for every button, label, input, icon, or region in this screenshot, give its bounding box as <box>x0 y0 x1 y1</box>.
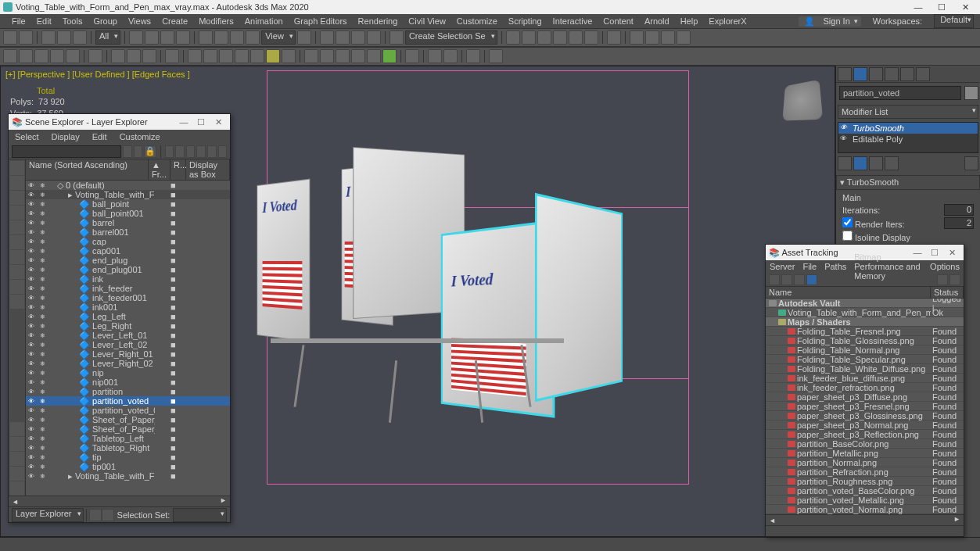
tb2-btn[interactable] <box>19 49 33 63</box>
at-menu-file[interactable]: File <box>799 262 820 271</box>
se-maximize[interactable]: ☐ <box>192 117 210 127</box>
se-side-btn[interactable] <box>10 437 24 451</box>
asset-item[interactable]: Folding_Table_Specular.pngFound <box>766 355 964 364</box>
at-close[interactable]: ✕ <box>943 248 960 258</box>
undo-button[interactable] <box>3 30 17 45</box>
layer-explorer-dropdown[interactable]: Layer Explorer <box>12 508 84 522</box>
remove-modifier-button[interactable] <box>885 156 899 170</box>
window-crossing-button[interactable] <box>176 30 190 45</box>
asset-item[interactable]: partition_voted_Metallic.pngFound <box>766 496 964 505</box>
mirror-button[interactable] <box>506 30 520 45</box>
rotate-button[interactable] <box>214 30 228 45</box>
tb2-btn[interactable] <box>34 49 48 63</box>
asset-item[interactable]: Folding_Table_Glossiness.pngFound <box>766 336 964 345</box>
se-side-btn[interactable] <box>10 220 24 234</box>
scale-button[interactable] <box>230 30 244 45</box>
maximize-button[interactable]: ☐ <box>930 0 953 14</box>
menu-help[interactable]: Help <box>675 16 704 26</box>
edit-named-sel-button[interactable] <box>389 30 404 45</box>
scene-item[interactable]: 👁❄▸ Voting_Table_with_Form_and_Pen■ <box>26 471 230 481</box>
modifier-turbosmooth[interactable]: TurboSmooth <box>838 123 978 134</box>
workspace-dropdown[interactable]: Default <box>934 14 974 28</box>
se-tool[interactable] <box>186 145 196 158</box>
scene-explorer-list[interactable]: Name (Sorted Ascending) ▲ Fr... R... Dis… <box>26 159 230 496</box>
minimize-button[interactable]: — <box>906 0 930 14</box>
asset-item[interactable]: paper_sheet_p3_Diffuse.pngFound <box>766 392 964 402</box>
help-icon[interactable] <box>489 49 503 63</box>
dope-sheet-button[interactable] <box>569 30 583 45</box>
modifier-stack[interactable]: TurboSmoothEditable Poly <box>838 122 978 153</box>
menu-interactive[interactable]: Interactive <box>547 16 598 26</box>
display-tab[interactable] <box>900 67 914 81</box>
scene-item[interactable]: 👁❄🔷 Lever_Left_02■ <box>26 340 230 349</box>
scene-item[interactable]: 👁❄🔷 Tabletop_Right■ <box>26 443 230 453</box>
menu-arnold[interactable]: Arnold <box>639 16 675 26</box>
select-button[interactable] <box>129 30 143 45</box>
scene-item[interactable]: 👁❄🔷 Lever_Right_01■ <box>26 349 230 359</box>
se-side-btn[interactable] <box>10 265 24 279</box>
se-side-btn[interactable] <box>10 206 24 220</box>
create-tab[interactable] <box>838 67 852 81</box>
percent-snap-button[interactable] <box>351 30 365 45</box>
tb2-btn[interactable] <box>250 49 264 63</box>
se-side-btn[interactable] <box>10 235 24 249</box>
scene-item[interactable]: 👁❄🔷 nip001■ <box>26 377 230 387</box>
se-tool[interactable] <box>196 145 206 158</box>
scene-item[interactable]: 👁❄🔷 cap■ <box>26 237 230 246</box>
modify-tab[interactable] <box>853 67 867 81</box>
tb2-btn[interactable] <box>219 49 233 63</box>
select-region-button[interactable] <box>160 30 174 45</box>
asset-item[interactable]: partition_BaseColor.pngFound <box>766 439 964 449</box>
asset-item[interactable]: paper_sheet_p3_Reflection.pngFound <box>766 430 964 439</box>
configure-sets-button[interactable] <box>964 156 978 170</box>
se-tool[interactable] <box>218 145 228 158</box>
turbosmooth-rollout[interactable]: ▾ TurboSmooth <box>836 175 980 190</box>
scene-item[interactable]: 👁❄🔷 Lever_Right_02■ <box>26 359 230 368</box>
asset-item[interactable]: paper_sheet_p3_Fresnel.pngFound <box>766 402 964 411</box>
render-iters-checkbox[interactable] <box>842 217 853 227</box>
render-prod-button[interactable] <box>677 30 691 45</box>
asset-item[interactable]: partition_Metallic.pngFound <box>766 449 964 458</box>
se-tool[interactable] <box>165 145 174 158</box>
tb2-btn[interactable] <box>111 49 125 63</box>
modifier-list-dropdown[interactable]: Modifier List <box>838 105 978 119</box>
isoline-checkbox[interactable] <box>842 231 853 241</box>
viewcube[interactable] <box>782 80 823 121</box>
named-sel-dropdown[interactable]: Create Selection Se <box>405 30 497 45</box>
scene-item[interactable]: 👁❄🔷 end_plug■ <box>26 256 230 265</box>
menu-scripting[interactable]: Scripting <box>503 16 547 26</box>
scene-item[interactable]: 👁❄🔷 partition_voted■ <box>26 396 230 406</box>
se-minimize[interactable]: — <box>175 117 192 127</box>
move-button[interactable] <box>199 30 213 45</box>
ref-coord-dropdown[interactable]: View <box>261 30 296 45</box>
placement-button[interactable] <box>246 30 260 45</box>
scene-item[interactable]: 👁❄▸ Voting_Table_with_Form_and_Pen■ <box>26 190 230 199</box>
scene-item[interactable]: 👁❄🔷 nip■ <box>26 368 230 377</box>
scene-item[interactable]: 👁❄🔷 ball_point001■ <box>26 209 230 218</box>
se-side-btn[interactable] <box>10 295 24 309</box>
tb2-btn[interactable] <box>443 49 458 63</box>
scene-item[interactable]: 👁❄🔷 Sheet_of_Paper_Folded_in_Four■ <box>26 415 230 424</box>
asset-item[interactable]: Folding_Table_Fresnel.pngFound <box>766 327 964 336</box>
asset-item[interactable]: Folding_Table_White_Diffuse.pngFound <box>766 364 964 374</box>
se-tool[interactable] <box>123 145 132 158</box>
viewport-label[interactable]: [+] [Perspective ] [User Defined ] [Edge… <box>5 70 190 79</box>
at-tool[interactable] <box>949 274 960 285</box>
se-tool[interactable]: 🔒 <box>144 145 156 158</box>
selection-filter-dropdown[interactable]: All <box>95 30 120 45</box>
se-bot-btn[interactable] <box>102 509 114 521</box>
select-name-button[interactable] <box>145 30 159 45</box>
scene-item[interactable]: 👁❄🔷 cap001■ <box>26 246 230 256</box>
render-iters-spinner[interactable]: 2 <box>944 217 974 229</box>
scene-item[interactable]: 👁❄◇ 0 (default)■ <box>26 181 230 190</box>
at-tool[interactable] <box>806 274 817 285</box>
scene-item[interactable]: 👁❄🔷 Leg_Left■ <box>26 312 230 321</box>
make-unique-button[interactable] <box>869 156 883 170</box>
tb2-btn[interactable] <box>351 49 365 63</box>
link-button[interactable] <box>41 30 56 45</box>
iterations-spinner[interactable]: 0 <box>944 204 974 216</box>
pin-stack-button[interactable] <box>838 156 852 170</box>
hierarchy-tab[interactable] <box>869 67 883 81</box>
asset-item[interactable]: partition_voted_Normal.pngFound <box>766 505 964 514</box>
grass-icon[interactable] <box>382 49 397 63</box>
